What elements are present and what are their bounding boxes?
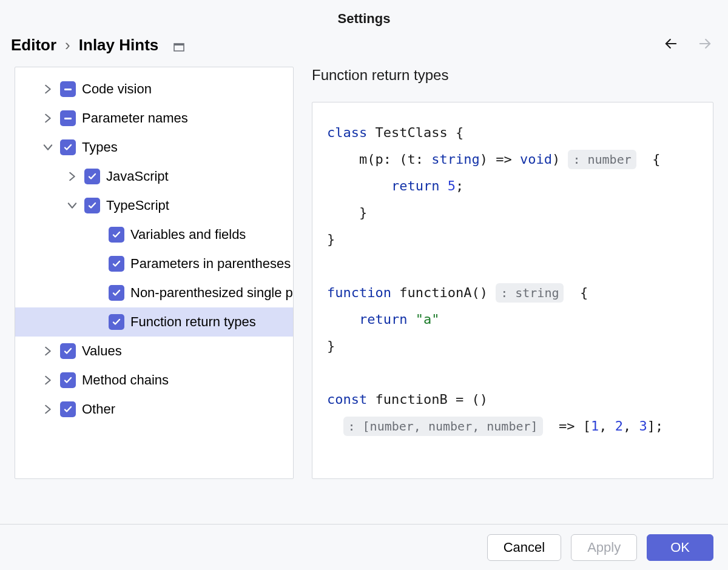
tree-item-label: JavaScript [106, 169, 169, 184]
checkbox-checked-icon[interactable] [60, 401, 76, 417]
code-text [439, 178, 447, 193]
tree-item-label: TypeScript [106, 198, 169, 213]
tree-item-label: Method chains [82, 372, 169, 388]
breadcrumb-parent[interactable]: Editor [11, 36, 56, 55]
nav-back-button[interactable] [662, 35, 679, 55]
code-number: 2 [615, 418, 623, 434]
inlay-hint: : string [496, 283, 564, 303]
checkbox-indeterminate-icon[interactable] [60, 81, 76, 97]
tree-item[interactable]: Non-parenthesized single parameter [15, 278, 293, 307]
breadcrumb-current: Inlay Hints [79, 36, 158, 55]
chevron-right-icon: › [65, 36, 70, 55]
apply-button[interactable]: Apply [571, 534, 637, 561]
code-text: } [327, 232, 335, 247]
tree-item[interactable]: Function return types [15, 307, 293, 337]
tree-item-label: Variables and fields [130, 227, 246, 243]
cancel-button[interactable]: Cancel [487, 534, 561, 561]
checkbox-checked-icon[interactable] [60, 372, 76, 388]
chevron-down-icon[interactable] [66, 200, 78, 212]
nav-arrows [662, 35, 713, 55]
code-preview: class TestClass { m(p: (t: string) => vo… [312, 102, 713, 479]
tree-item[interactable]: Code vision [15, 75, 293, 104]
code-text: ) => [480, 152, 520, 167]
chevron-right-icon[interactable] [42, 345, 54, 357]
checkbox-checked-icon[interactable] [109, 256, 124, 272]
code-text [327, 178, 391, 193]
svg-rect-1 [174, 44, 184, 45]
breadcrumb: Editor › Inlay Hints [11, 36, 185, 55]
chevron-right-icon[interactable] [42, 112, 54, 124]
dialog-footer: Cancel Apply OK [0, 524, 728, 570]
code-text: ) [552, 152, 568, 167]
nav-forward-button[interactable] [696, 35, 713, 55]
preview-heading: Function return types [312, 67, 713, 84]
code-text: { [636, 152, 661, 167]
code-string: "a" [416, 312, 440, 327]
tree-item[interactable]: Other [15, 395, 293, 424]
breadcrumb-row: Editor › Inlay Hints [0, 35, 728, 67]
tree-item-label: Other [82, 401, 115, 417]
code-keyword: class [327, 125, 367, 140]
inlay-hint: : [number, number, number] [343, 417, 543, 436]
tree-item-label: Parameters in parentheses [130, 256, 291, 272]
code-text [407, 312, 415, 327]
checkbox-checked-icon[interactable] [109, 285, 124, 301]
code-text: } [327, 205, 367, 220]
code-number: 3 [639, 418, 647, 434]
code-text: ; [456, 178, 463, 193]
checkbox-checked-icon[interactable] [60, 343, 76, 359]
checkbox-checked-icon[interactable] [84, 169, 100, 184]
settings-tree[interactable]: Code vision Parameter names Types JavaSc… [15, 67, 294, 479]
code-type: void [520, 152, 552, 167]
tree-item[interactable]: Types [15, 133, 293, 162]
preview-panel: Function return types class TestClass { … [312, 67, 713, 479]
tree-item[interactable]: Values [15, 337, 293, 366]
code-text [327, 312, 359, 327]
checkbox-checked-icon[interactable] [60, 139, 76, 155]
tree-item-label: Parameter names [82, 110, 188, 126]
code-text: m(p: (t: [327, 152, 431, 167]
tree-item-label: Code vision [82, 81, 152, 97]
code-text: functionA() [391, 285, 496, 300]
chevron-right-icon[interactable] [42, 403, 54, 415]
tree-item-label: Non-parenthesized single parameter [130, 285, 293, 301]
code-number: 5 [448, 178, 456, 193]
code-text: { [564, 285, 588, 300]
tree-item-label: Function return types [130, 314, 256, 330]
code-keyword: const [327, 392, 367, 407]
code-text: => [ [543, 418, 591, 434]
code-keyword: function [327, 285, 391, 300]
checkbox-indeterminate-icon[interactable] [60, 110, 76, 126]
code-type: string [431, 152, 479, 167]
tree-item[interactable]: Parameter names [15, 104, 293, 133]
chevron-right-icon[interactable] [66, 170, 78, 183]
code-number: 1 [591, 418, 599, 434]
tree-item[interactable]: Variables and fields [15, 220, 293, 249]
checkbox-checked-icon[interactable] [109, 227, 124, 243]
tree-item-label: Types [82, 139, 118, 155]
tree-item-label: Values [82, 343, 122, 359]
ok-button[interactable]: OK [647, 534, 713, 561]
tree-item[interactable]: Parameters in parentheses [15, 249, 293, 278]
checkbox-checked-icon[interactable] [109, 314, 124, 330]
inlay-hint: : number [568, 150, 636, 169]
chevron-right-icon[interactable] [42, 374, 54, 386]
checkbox-checked-icon[interactable] [84, 198, 100, 213]
tree-item[interactable]: Method chains [15, 366, 293, 395]
code-text: ]; [647, 418, 664, 434]
code-text: , [599, 418, 615, 434]
code-text: } [327, 338, 335, 354]
code-text: TestClass { [367, 125, 463, 140]
tree-item[interactable]: TypeScript [15, 191, 293, 220]
code-text: , [623, 418, 639, 434]
chevron-down-icon[interactable] [42, 141, 54, 153]
code-text: functionB = () [367, 392, 488, 407]
dialog-title: Settings [0, 0, 728, 35]
show-in-window-icon[interactable] [173, 39, 185, 51]
tree-item[interactable]: JavaScript [15, 162, 293, 191]
code-keyword: return [359, 312, 407, 327]
code-keyword: return [391, 178, 439, 193]
chevron-right-icon[interactable] [42, 83, 54, 95]
